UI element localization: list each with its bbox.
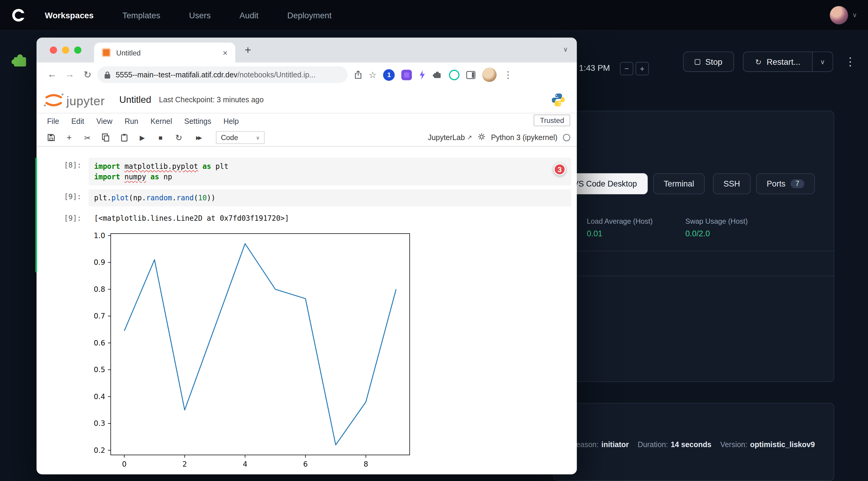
jupyter-logo[interactable]: jupyter	[43, 92, 105, 108]
workspace-menu-button[interactable]: ⋮	[845, 55, 856, 68]
green-indicator-bar	[35, 158, 37, 272]
menu-settings[interactable]: Settings	[184, 117, 211, 125]
restart-kernel-icon[interactable]: ↻	[174, 133, 184, 142]
svg-text:0.9: 0.9	[94, 258, 105, 266]
plus-icon: +	[640, 64, 644, 73]
extension-1password-icon[interactable]: 1	[383, 69, 395, 81]
menu-kernel[interactable]: Kernel	[151, 117, 172, 125]
clock-time: 1:43 PM	[579, 63, 610, 72]
cell-type-dropdown[interactable]: Code ∨	[216, 131, 265, 143]
add-cell-icon[interactable]: +	[64, 133, 74, 142]
terminal-label: Terminal	[664, 179, 694, 188]
zoom-out-button[interactable]: −	[620, 62, 633, 75]
run-cell-icon[interactable]: ▶	[137, 134, 147, 141]
jupyter-favicon	[102, 48, 111, 57]
code-token: plt.	[94, 194, 112, 202]
code-token: .	[172, 194, 176, 202]
stop-button[interactable]: Stop	[683, 52, 734, 72]
code-token: random	[146, 194, 172, 202]
cut-cell-icon[interactable]: ✂	[83, 133, 92, 142]
forward-button[interactable]: →	[61, 69, 79, 81]
trusted-button[interactable]: Trusted	[534, 115, 570, 126]
bolt-extension-icon[interactable]	[419, 70, 426, 79]
extension-green-icon[interactable]	[449, 70, 460, 80]
svg-text:0.7: 0.7	[94, 312, 105, 320]
extensions-puzzle-icon[interactable]	[433, 70, 442, 80]
menu-edit[interactable]: Edit	[71, 117, 84, 125]
external-link-icon: ↗	[467, 134, 472, 141]
user-avatar[interactable]	[830, 6, 848, 24]
kernel-name[interactable]: Python 3 (ipykernel)	[491, 133, 558, 142]
nav-item-deployment[interactable]: Deployment	[287, 10, 332, 20]
lock-icon	[104, 70, 111, 79]
menu-file[interactable]: File	[47, 117, 59, 125]
share-icon[interactable]	[354, 70, 362, 79]
code-cell-8[interactable]: import matplotlib.pyplot as plt import n…	[89, 158, 571, 185]
ssh-button[interactable]: SSH	[713, 173, 750, 194]
maximize-window-button[interactable]	[74, 46, 81, 54]
coder-logo[interactable]	[11, 7, 26, 23]
puzzle-icon[interactable]	[11, 52, 28, 69]
close-tab-icon[interactable]: ×	[220, 48, 230, 57]
menu-run[interactable]: Run	[124, 117, 138, 125]
new-tab-button[interactable]: +	[245, 44, 251, 56]
chevron-down-icon: ∨	[820, 58, 825, 66]
terminal-button[interactable]: Terminal	[653, 173, 705, 194]
url-bar[interactable]: 5555--main--test--matifali.atif.cdr.dev/…	[97, 66, 348, 83]
code-token: ))	[207, 194, 215, 202]
nav-item-templates[interactable]: Templates	[122, 10, 160, 20]
code-line: import matplotlib.pyplot as plt	[94, 161, 566, 171]
input-prompt: [8]:	[53, 161, 81, 169]
divider	[554, 251, 834, 251]
ssh-label: SSH	[723, 179, 740, 188]
side-panel-icon[interactable]	[466, 70, 476, 79]
browser-profile-avatar[interactable]	[482, 67, 497, 82]
svg-text:6: 6	[303, 460, 308, 469]
jupyterlab-label: JupyterLab	[428, 133, 465, 142]
notebook-title[interactable]: Untitled	[119, 94, 151, 105]
minimize-window-button[interactable]	[62, 46, 69, 54]
browser-tab[interactable]: Untitled ×	[94, 42, 236, 62]
tab-search-chevron-icon[interactable]: ∨	[563, 45, 568, 53]
back-button[interactable]: ←	[43, 69, 61, 81]
nav-item-workspaces[interactable]: Workspaces	[45, 10, 94, 20]
run-all-icon[interactable]: ▶▶	[192, 135, 204, 140]
code-token: (np.	[129, 194, 146, 202]
restart-dropdown-button[interactable]: ∨	[812, 52, 833, 72]
paste-cell-icon[interactable]	[119, 133, 129, 142]
notebook-body: [8]: import matplotlib.pyplot as plt imp…	[37, 147, 577, 474]
menu-view[interactable]: View	[96, 117, 113, 125]
svg-text:0.6: 0.6	[94, 339, 105, 347]
svg-text:0.2: 0.2	[94, 446, 105, 455]
gear-icon[interactable]	[478, 133, 486, 142]
browser-menu-icon[interactable]: ⋮	[503, 69, 513, 81]
copy-cell-icon[interactable]	[101, 133, 111, 142]
matplotlib-figure: 024680.20.30.40.50.60.70.80.91.0	[72, 230, 432, 474]
svg-text:0: 0	[122, 460, 127, 469]
extension-icon[interactable]	[402, 70, 412, 80]
jupyter-logo-icon	[43, 92, 64, 108]
onepassword-badge: 1	[383, 69, 395, 81]
restart-button[interactable]: ↻ Restart...	[743, 52, 813, 72]
restart-icon: ↻	[755, 57, 762, 66]
interrupt-kernel-icon[interactable]: ■	[156, 134, 165, 141]
ports-label: Ports	[767, 179, 785, 188]
zoom-in-button[interactable]: +	[636, 62, 649, 75]
code-cell-9[interactable]: plt.plot(np.random.rand(10))	[89, 189, 571, 206]
ports-button[interactable]: Ports 7	[756, 173, 815, 194]
nav-item-audit[interactable]: Audit	[240, 10, 258, 20]
stat-load-average: Load Average (Host) 0.01	[587, 217, 653, 238]
svg-text:8: 8	[364, 460, 368, 469]
save-icon[interactable]	[46, 133, 56, 142]
open-jupyterlab-link[interactable]: JupyterLab ↗	[428, 133, 472, 142]
meta-value: initiator	[601, 441, 629, 449]
reload-button[interactable]: ↻	[79, 69, 96, 81]
code-token: plt	[215, 162, 228, 171]
notification-badge: 3	[554, 163, 566, 175]
close-window-button[interactable]	[50, 46, 57, 54]
bookmark-star-icon[interactable]: ☆	[369, 70, 376, 80]
nav-item-users[interactable]: Users	[189, 10, 211, 20]
menu-help[interactable]: Help	[223, 117, 239, 125]
nav-user-menu[interactable]: ∨	[830, 6, 857, 24]
svg-text:0.5: 0.5	[94, 365, 105, 374]
